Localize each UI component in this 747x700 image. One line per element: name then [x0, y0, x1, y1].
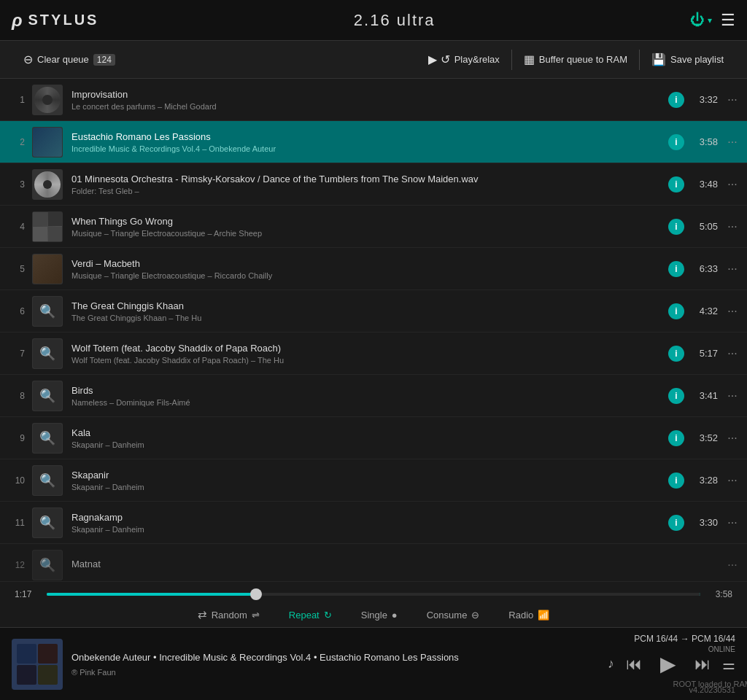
track-thumbnail [32, 85, 63, 115]
header-controls: ⏻ ▾ ☰ [690, 11, 735, 30]
track-subtitle: Musique – Triangle Electroacoustique – A… [71, 229, 668, 238]
more-options-button[interactable]: ··· [725, 474, 740, 487]
progress-thumb[interactable] [250, 588, 262, 600]
more-options-button[interactable]: ··· [725, 220, 740, 233]
now-playing-title: Onbekende Auteur • Incredible Music & Re… [71, 651, 599, 664]
track-subtitle: Skapanir – Danheim [71, 440, 668, 449]
track-thumbnail: 🔍 [32, 508, 63, 538]
track-subtitle: Le concert des parfums – Michel Godard [71, 102, 668, 111]
single-label: Single [361, 610, 387, 621]
more-options-button[interactable]: ··· [725, 432, 740, 445]
menu-button[interactable]: ☰ [721, 11, 735, 30]
info-button[interactable]: i [668, 303, 684, 319]
music-note-button[interactable]: ♪ [608, 656, 614, 672]
track-row[interactable]: 1 Improvisation Le concert des parfums –… [0, 79, 747, 121]
now-playing-art [12, 639, 63, 690]
track-row[interactable]: 3 01 Minnesota Orchestra - Rimsky-Korsak… [0, 163, 747, 206]
app-header: ρ STYLUS 2.16 ultra ⏻ ▾ ☰ [0, 0, 747, 41]
playback-controls: ⇄ Random ⇌ Repeat ↻ Single ● Consume ⊖ R… [0, 602, 747, 627]
track-duration: 3:41 [692, 390, 718, 401]
more-options-button[interactable]: ··· [725, 178, 740, 191]
more-options-button[interactable]: ··· [725, 262, 740, 276]
play-relax-icon: ▶ ↺ [428, 52, 449, 66]
info-button[interactable]: i [668, 134, 684, 150]
player-controls: ♪ ⏮ ▶ ⏭ ⚌ [608, 650, 735, 679]
current-time: 1:17 [15, 589, 38, 599]
info-button[interactable]: i [668, 388, 684, 404]
pcm-arrow: → [681, 634, 692, 644]
track-row[interactable]: 11 🔍 Ragnakamp Skapanir – Danheim i 3:30… [0, 502, 747, 544]
track-row[interactable]: 8 🔍 Birds Nameless – Dominique Fils-Aimé… [0, 375, 747, 417]
track-thumbnail: 🔍 [32, 423, 63, 454]
track-row[interactable]: 6 🔍 The Great Chinggis Khaan The Great C… [0, 290, 747, 332]
track-title: Wolf Totem (feat. Jacoby Shaddix of Papa… [71, 343, 668, 354]
track-actions: i 3:28 ··· [668, 472, 740, 489]
more-options-button[interactable]: ··· [725, 347, 740, 360]
more-options-button[interactable]: ··· [725, 136, 740, 149]
album-art-grid [17, 644, 58, 685]
disc-icon [34, 87, 61, 113]
info-button[interactable]: i [668, 176, 684, 192]
consume-button[interactable]: Consume ⊖ [427, 610, 480, 621]
info-button[interactable]: i [668, 515, 684, 531]
progress-bar[interactable] [47, 593, 700, 596]
track-actions: i 3:52 ··· [668, 430, 740, 446]
more-options-button[interactable]: ··· [725, 559, 740, 572]
track-row[interactable]: 10 🔍 Skapanir Skapanir – Danheim i 3:28 … [0, 459, 747, 502]
pink-faun-label: ® Pink Faun [71, 668, 116, 677]
app-logo: ρ STYLUS [12, 10, 98, 31]
info-button[interactable]: i [668, 430, 684, 446]
track-duration: 3:48 [692, 179, 718, 190]
track-info: Ragnakamp Skapanir – Danheim [71, 512, 668, 534]
buffer-queue-button[interactable]: ▦ Buffer queue to RAM [512, 41, 639, 78]
radio-button[interactable]: Radio 📶 [508, 610, 549, 621]
info-button[interactable]: i [668, 92, 684, 108]
single-button[interactable]: Single ● [361, 610, 398, 621]
track-row[interactable]: 12 🔍 Matnat ··· [0, 544, 747, 581]
info-button[interactable]: i [668, 472, 684, 489]
track-thumbnail [32, 169, 63, 200]
art-block-2 [38, 644, 58, 664]
track-title: Skapanir [71, 470, 668, 481]
more-options-button[interactable]: ··· [725, 305, 740, 318]
equalizer-button[interactable]: ⚌ [722, 656, 735, 673]
more-options-button[interactable]: ··· [725, 389, 740, 402]
track-number: 7 [7, 349, 25, 359]
info-button[interactable]: i [668, 346, 684, 362]
random-button[interactable]: ⇄ Random ⇌ [198, 608, 260, 621]
save-playlist-button[interactable]: 💾 Save playlist [640, 41, 735, 78]
track-subtitle: Skapanir – Danheim [71, 525, 668, 534]
power-button[interactable]: ⏻ ▾ [690, 12, 712, 28]
track-row[interactable]: 4 When Things Go Wrong Musique – Triangl… [0, 206, 747, 248]
now-playing-thumbnail [12, 639, 63, 690]
play-relax-button[interactable]: ▶ ↺ Play&relax [417, 41, 511, 78]
track-actions: i 4:32 ··· [668, 303, 740, 319]
track-number: 9 [7, 433, 25, 443]
track-title: Ragnakamp [71, 512, 668, 523]
track-info: Eustachio Romano Les Passions Incredible… [71, 131, 668, 153]
art-block-1 [17, 644, 36, 664]
track-title: Verdi – Macbeth [71, 258, 668, 269]
repeat-button[interactable]: Repeat ↻ [289, 610, 332, 621]
track-thumbnail [32, 254, 63, 284]
play-pause-button[interactable]: ▶ [654, 650, 683, 679]
consume-label: Consume [427, 610, 468, 621]
track-info: When Things Go Wrong Musique – Triangle … [71, 216, 668, 238]
more-options-button[interactable]: ··· [725, 516, 740, 529]
info-button[interactable]: i [668, 219, 684, 235]
track-duration: 4:32 [692, 306, 718, 316]
more-options-button[interactable]: ··· [725, 93, 740, 106]
clear-queue-button[interactable]: ⊖ Clear queue 124 [12, 41, 127, 78]
track-title: Eustachio Romano Les Passions [71, 131, 668, 142]
progress-remaining [256, 593, 700, 596]
track-row[interactable]: 9 🔍 Kala Skapanir – Danheim i 3:52 ··· [0, 417, 747, 459]
track-row[interactable]: 2 Eustachio Romano Les Passions Incredib… [0, 121, 747, 163]
previous-button[interactable]: ⏮ [626, 655, 642, 674]
track-info: Wolf Totem (feat. Jacoby Shaddix of Papa… [71, 343, 668, 365]
track-row[interactable]: 7 🔍 Wolf Totem (feat. Jacoby Shaddix of … [0, 332, 747, 375]
next-button[interactable]: ⏭ [694, 655, 711, 674]
track-row[interactable]: 5 Verdi – Macbeth Musique – Triangle Ele… [0, 248, 747, 290]
radio-label: Radio [508, 610, 533, 621]
info-button[interactable]: i [668, 261, 684, 277]
track-subtitle: Wolf Totem (feat. Jacoby Shaddix of Papa… [71, 356, 668, 365]
